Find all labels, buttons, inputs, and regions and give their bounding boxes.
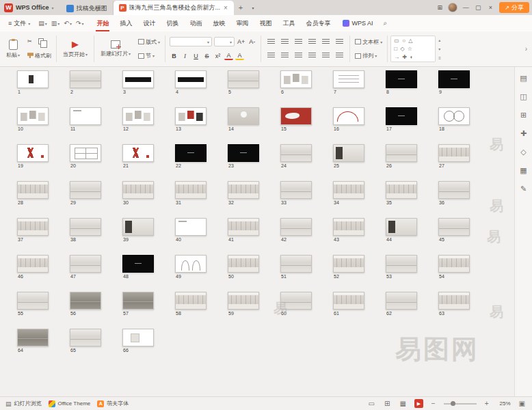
slide-thumbnail[interactable] (280, 144, 312, 162)
superscript-button[interactable]: x² (213, 51, 222, 61)
sorter-view-button[interactable]: ⊞ (383, 400, 391, 407)
reading-view-button[interactable]: ▦ (398, 400, 407, 407)
wps-ai-menu[interactable]: WPS AI (339, 20, 376, 27)
play-from-current-button[interactable]: ▶ 当页开始▾ (59, 33, 91, 64)
undo-button[interactable]: ↶▾ (62, 20, 73, 27)
slide-thumbnail[interactable] (70, 292, 101, 310)
align-left-icon[interactable] (265, 51, 277, 60)
slide-thumbnail[interactable] (386, 70, 417, 88)
grow-font-button[interactable]: A+ (237, 37, 245, 46)
search-icon[interactable]: ⌕ (380, 19, 390, 27)
slide-thumbnail[interactable] (122, 329, 154, 346)
document-tab[interactable]: P珠海九州三角岛售楼处会所新方...× (114, 1, 234, 15)
slide-thumbnail[interactable] (280, 181, 312, 199)
slide-thumbnail[interactable] (333, 181, 364, 199)
menu-item-5[interactable]: 动画 (185, 17, 207, 30)
zoom-in-button[interactable]: + (483, 400, 490, 407)
textbox-button[interactable]: 文本框▾ (353, 38, 384, 46)
slide-thumbnail[interactable] (17, 144, 49, 162)
theme-button[interactable]: Office Theme (49, 400, 91, 407)
missing-font-button[interactable]: A 萌夫字体 (97, 400, 129, 407)
slide-thumbnail[interactable] (17, 292, 49, 310)
menu-item-4[interactable]: 切换 (161, 17, 183, 30)
slide-thumbnail[interactable] (333, 255, 364, 273)
gallery-more-icon[interactable]: ≡ (438, 56, 441, 60)
slide-thumbnail[interactable] (386, 181, 417, 199)
slide-thumbnail[interactable] (17, 70, 49, 88)
slide-thumbnail[interactable] (70, 144, 101, 162)
tab-list-button[interactable]: ▾ (248, 2, 258, 13)
sidebar-icon-7[interactable]: ✎ (520, 184, 527, 193)
sidebar-icon-1[interactable]: ▤ (520, 74, 527, 83)
slide-thumbnail[interactable] (438, 181, 470, 199)
slide-thumbnail[interactable] (70, 181, 101, 199)
view-mode-label[interactable]: ▤ 幻灯片浏览 (5, 400, 42, 407)
slide-thumbnail[interactable] (438, 144, 470, 162)
slide-thumbnail[interactable] (386, 255, 417, 273)
slide-thumbnail[interactable] (17, 107, 49, 125)
italic-button[interactable]: I (181, 51, 189, 61)
paste-button[interactable]: 粘贴▾ (3, 33, 23, 64)
slide-thumbnail[interactable] (122, 144, 154, 162)
close-button[interactable]: × (484, 2, 496, 13)
strikethrough-button[interactable]: S (202, 51, 211, 61)
font-family-select[interactable]: ▾ (170, 37, 212, 46)
slide-thumbnail[interactable] (438, 70, 470, 88)
slideshow-button[interactable]: ▶ (414, 399, 423, 408)
slide-thumbnail[interactable] (438, 218, 470, 236)
align-right-icon[interactable] (293, 51, 304, 60)
slide-thumbnail[interactable] (333, 144, 364, 162)
slide-thumbnail[interactable] (175, 181, 207, 199)
slide-thumbnail[interactable] (175, 70, 207, 88)
slide-thumbnail[interactable] (333, 218, 364, 236)
slide-thumbnail[interactable] (228, 107, 259, 125)
font-size-select[interactable]: ▾ (214, 37, 235, 46)
slide-thumbnail[interactable] (70, 329, 101, 346)
slide-thumbnail[interactable] (175, 144, 207, 162)
menu-item-8[interactable]: 视图 (254, 17, 276, 30)
file-menu[interactable]: ≡ 文件 ▾ (5, 19, 33, 28)
columns-icon[interactable] (334, 51, 345, 60)
normal-view-button[interactable]: ▭ (367, 400, 376, 407)
justify-icon[interactable] (306, 51, 318, 60)
slide-thumbnail[interactable] (70, 255, 101, 273)
slide-thumbnail[interactable] (175, 107, 207, 125)
copy-button[interactable] (36, 38, 46, 45)
slide-thumbnail[interactable] (438, 292, 470, 310)
maximize-button[interactable]: ▢ (472, 2, 484, 13)
slide-thumbnail[interactable] (17, 181, 49, 199)
menu-item-10[interactable]: 会员专享 (301, 17, 335, 30)
slide-thumbnail[interactable] (122, 218, 154, 236)
slide-thumbnail[interactable] (70, 218, 101, 236)
slide-thumbnail[interactable] (386, 292, 417, 310)
shape-gallery-scroll[interactable]: ▴ ▾ ≡ (438, 33, 442, 64)
slide-thumbnail[interactable] (386, 144, 417, 162)
slide-thumbnail[interactable] (386, 218, 417, 236)
slide-thumbnail[interactable] (17, 218, 49, 236)
sidebar-icon-4[interactable]: ✚ (520, 129, 527, 138)
zoom-slider-handle[interactable] (451, 401, 455, 406)
indent-decrease-icon[interactable] (293, 38, 304, 46)
sidebar-icon-5[interactable]: ◇ (520, 148, 526, 156)
sidebar-icon-3[interactable]: ⊞ (520, 111, 527, 120)
slide-thumbnail[interactable] (122, 181, 154, 199)
print-button[interactable]: ▥▾ (50, 20, 62, 27)
scroll-down-icon[interactable]: ▾ (438, 46, 441, 51)
format-painter-button[interactable]: 格式刷 (25, 51, 53, 60)
arrange-button[interactable]: 排列▾ (353, 51, 384, 60)
slide-thumbnail[interactable] (280, 292, 312, 310)
slide-thumbnail[interactable] (17, 255, 49, 273)
tab-close-icon[interactable]: × (223, 4, 228, 12)
distribute-icon[interactable] (320, 51, 332, 60)
slide-thumbnail[interactable] (70, 107, 101, 125)
underline-button[interactable]: U (191, 51, 200, 61)
scroll-up-icon[interactable]: ▴ (438, 38, 441, 42)
menu-item-3[interactable]: 设计 (138, 17, 160, 30)
indent-increase-icon[interactable] (306, 38, 318, 46)
slide-thumbnail[interactable] (228, 144, 259, 162)
menu-item-2[interactable]: 插入 (115, 17, 137, 30)
slide-thumbnail[interactable] (386, 107, 417, 125)
zoom-out-button[interactable]: − (430, 400, 437, 407)
slide-thumbnail[interactable] (333, 70, 364, 88)
menu-item-1[interactable]: 开始 (92, 17, 114, 30)
